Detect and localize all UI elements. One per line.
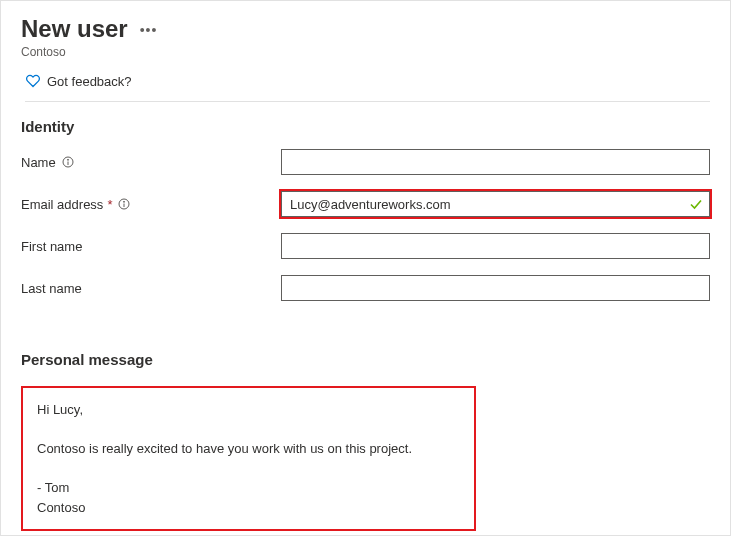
last-name-label: Last name [21, 281, 82, 296]
last-name-input[interactable] [281, 275, 710, 301]
feedback-link[interactable]: Got feedback? [25, 73, 710, 102]
email-input[interactable] [281, 191, 710, 217]
check-icon [688, 196, 704, 212]
feedback-label: Got feedback? [47, 74, 132, 89]
info-icon[interactable] [118, 198, 130, 210]
personal-message-heading: Personal message [21, 351, 710, 368]
svg-point-4 [124, 201, 125, 202]
org-subtitle: Contoso [21, 45, 710, 59]
first-name-label: First name [21, 239, 82, 254]
name-input[interactable] [281, 149, 710, 175]
page-title: New user [21, 15, 128, 43]
identity-heading: Identity [21, 118, 710, 135]
personal-message-box[interactable]: Hi Lucy, Contoso is really excited to ha… [21, 386, 476, 531]
info-icon[interactable] [62, 156, 74, 168]
first-name-input[interactable] [281, 233, 710, 259]
name-label: Name [21, 155, 56, 170]
heart-icon [25, 73, 41, 89]
more-icon[interactable]: ••• [140, 22, 158, 38]
email-label: Email address [21, 197, 103, 212]
svg-point-1 [67, 159, 68, 160]
required-indicator: * [107, 197, 112, 212]
